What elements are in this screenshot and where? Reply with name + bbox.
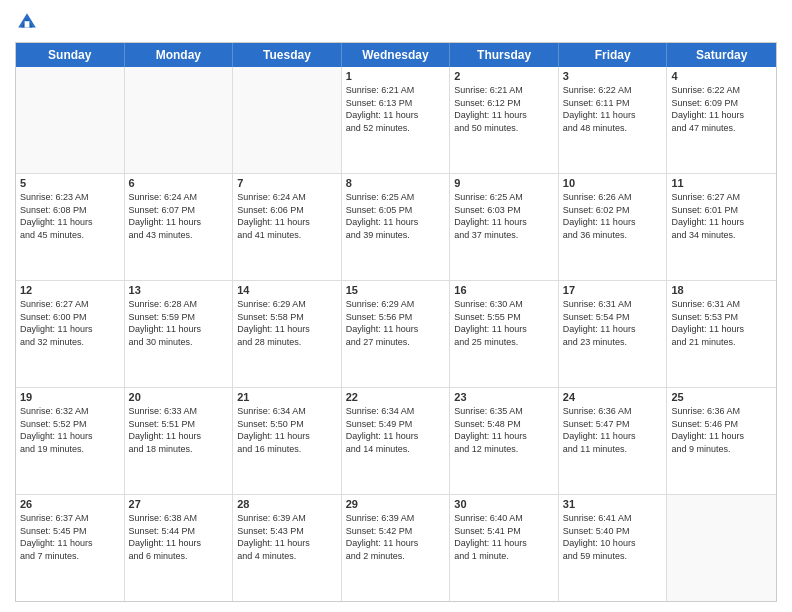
- calendar-cell: 25Sunrise: 6:36 AM Sunset: 5:46 PM Dayli…: [667, 388, 776, 494]
- day-info: Sunrise: 6:31 AM Sunset: 5:53 PM Dayligh…: [671, 298, 772, 348]
- day-info: Sunrise: 6:24 AM Sunset: 6:06 PM Dayligh…: [237, 191, 337, 241]
- day-number: 9: [454, 177, 554, 189]
- day-number: 3: [563, 70, 663, 82]
- calendar-cell: 21Sunrise: 6:34 AM Sunset: 5:50 PM Dayli…: [233, 388, 342, 494]
- calendar-cell: 22Sunrise: 6:34 AM Sunset: 5:49 PM Dayli…: [342, 388, 451, 494]
- calendar-cell: [16, 67, 125, 173]
- day-info: Sunrise: 6:29 AM Sunset: 5:56 PM Dayligh…: [346, 298, 446, 348]
- calendar-week-row: 5Sunrise: 6:23 AM Sunset: 6:08 PM Daylig…: [16, 174, 776, 281]
- day-info: Sunrise: 6:33 AM Sunset: 5:51 PM Dayligh…: [129, 405, 229, 455]
- day-info: Sunrise: 6:36 AM Sunset: 5:46 PM Dayligh…: [671, 405, 772, 455]
- calendar-body: 1Sunrise: 6:21 AM Sunset: 6:13 PM Daylig…: [16, 67, 776, 601]
- weekday-header: Thursday: [450, 43, 559, 67]
- day-number: 24: [563, 391, 663, 403]
- day-number: 16: [454, 284, 554, 296]
- day-info: Sunrise: 6:39 AM Sunset: 5:43 PM Dayligh…: [237, 512, 337, 562]
- calendar-cell: 10Sunrise: 6:26 AM Sunset: 6:02 PM Dayli…: [559, 174, 668, 280]
- calendar-cell: 2Sunrise: 6:21 AM Sunset: 6:12 PM Daylig…: [450, 67, 559, 173]
- calendar-cell: 15Sunrise: 6:29 AM Sunset: 5:56 PM Dayli…: [342, 281, 451, 387]
- calendar-cell: [233, 67, 342, 173]
- calendar-header: SundayMondayTuesdayWednesdayThursdayFrid…: [16, 43, 776, 67]
- day-number: 18: [671, 284, 772, 296]
- day-number: 11: [671, 177, 772, 189]
- day-number: 15: [346, 284, 446, 296]
- calendar-cell: 31Sunrise: 6:41 AM Sunset: 5:40 PM Dayli…: [559, 495, 668, 601]
- calendar-cell: 9Sunrise: 6:25 AM Sunset: 6:03 PM Daylig…: [450, 174, 559, 280]
- weekday-header: Tuesday: [233, 43, 342, 67]
- logo: [15, 10, 43, 34]
- day-number: 7: [237, 177, 337, 189]
- calendar-week-row: 12Sunrise: 6:27 AM Sunset: 6:00 PM Dayli…: [16, 281, 776, 388]
- day-number: 17: [563, 284, 663, 296]
- svg-rect-2: [25, 21, 30, 27]
- header: [15, 10, 777, 34]
- day-number: 20: [129, 391, 229, 403]
- calendar-cell: 7Sunrise: 6:24 AM Sunset: 6:06 PM Daylig…: [233, 174, 342, 280]
- day-info: Sunrise: 6:22 AM Sunset: 6:11 PM Dayligh…: [563, 84, 663, 134]
- logo-icon: [15, 10, 39, 34]
- calendar: SundayMondayTuesdayWednesdayThursdayFrid…: [15, 42, 777, 602]
- calendar-cell: 20Sunrise: 6:33 AM Sunset: 5:51 PM Dayli…: [125, 388, 234, 494]
- day-number: 30: [454, 498, 554, 510]
- calendar-cell: 19Sunrise: 6:32 AM Sunset: 5:52 PM Dayli…: [16, 388, 125, 494]
- day-info: Sunrise: 6:38 AM Sunset: 5:44 PM Dayligh…: [129, 512, 229, 562]
- day-number: 26: [20, 498, 120, 510]
- day-info: Sunrise: 6:40 AM Sunset: 5:41 PM Dayligh…: [454, 512, 554, 562]
- day-number: 14: [237, 284, 337, 296]
- calendar-cell: 16Sunrise: 6:30 AM Sunset: 5:55 PM Dayli…: [450, 281, 559, 387]
- day-info: Sunrise: 6:23 AM Sunset: 6:08 PM Dayligh…: [20, 191, 120, 241]
- weekday-header: Friday: [559, 43, 668, 67]
- day-info: Sunrise: 6:27 AM Sunset: 6:01 PM Dayligh…: [671, 191, 772, 241]
- calendar-cell: 12Sunrise: 6:27 AM Sunset: 6:00 PM Dayli…: [16, 281, 125, 387]
- day-info: Sunrise: 6:28 AM Sunset: 5:59 PM Dayligh…: [129, 298, 229, 348]
- calendar-cell: 5Sunrise: 6:23 AM Sunset: 6:08 PM Daylig…: [16, 174, 125, 280]
- day-info: Sunrise: 6:27 AM Sunset: 6:00 PM Dayligh…: [20, 298, 120, 348]
- day-info: Sunrise: 6:34 AM Sunset: 5:50 PM Dayligh…: [237, 405, 337, 455]
- weekday-header: Sunday: [16, 43, 125, 67]
- day-number: 12: [20, 284, 120, 296]
- calendar-week-row: 26Sunrise: 6:37 AM Sunset: 5:45 PM Dayli…: [16, 495, 776, 601]
- day-info: Sunrise: 6:37 AM Sunset: 5:45 PM Dayligh…: [20, 512, 120, 562]
- day-number: 4: [671, 70, 772, 82]
- day-number: 29: [346, 498, 446, 510]
- day-info: Sunrise: 6:34 AM Sunset: 5:49 PM Dayligh…: [346, 405, 446, 455]
- calendar-cell: 13Sunrise: 6:28 AM Sunset: 5:59 PM Dayli…: [125, 281, 234, 387]
- day-number: 19: [20, 391, 120, 403]
- calendar-cell: 23Sunrise: 6:35 AM Sunset: 5:48 PM Dayli…: [450, 388, 559, 494]
- day-info: Sunrise: 6:30 AM Sunset: 5:55 PM Dayligh…: [454, 298, 554, 348]
- day-number: 6: [129, 177, 229, 189]
- day-info: Sunrise: 6:21 AM Sunset: 6:12 PM Dayligh…: [454, 84, 554, 134]
- day-info: Sunrise: 6:31 AM Sunset: 5:54 PM Dayligh…: [563, 298, 663, 348]
- calendar-cell: 18Sunrise: 6:31 AM Sunset: 5:53 PM Dayli…: [667, 281, 776, 387]
- weekday-header: Monday: [125, 43, 234, 67]
- day-number: 5: [20, 177, 120, 189]
- calendar-cell: 1Sunrise: 6:21 AM Sunset: 6:13 PM Daylig…: [342, 67, 451, 173]
- day-info: Sunrise: 6:22 AM Sunset: 6:09 PM Dayligh…: [671, 84, 772, 134]
- day-info: Sunrise: 6:35 AM Sunset: 5:48 PM Dayligh…: [454, 405, 554, 455]
- calendar-cell: [667, 495, 776, 601]
- calendar-cell: 3Sunrise: 6:22 AM Sunset: 6:11 PM Daylig…: [559, 67, 668, 173]
- calendar-cell: 29Sunrise: 6:39 AM Sunset: 5:42 PM Dayli…: [342, 495, 451, 601]
- day-info: Sunrise: 6:21 AM Sunset: 6:13 PM Dayligh…: [346, 84, 446, 134]
- day-number: 8: [346, 177, 446, 189]
- day-info: Sunrise: 6:29 AM Sunset: 5:58 PM Dayligh…: [237, 298, 337, 348]
- calendar-cell: 17Sunrise: 6:31 AM Sunset: 5:54 PM Dayli…: [559, 281, 668, 387]
- day-info: Sunrise: 6:24 AM Sunset: 6:07 PM Dayligh…: [129, 191, 229, 241]
- calendar-cell: 4Sunrise: 6:22 AM Sunset: 6:09 PM Daylig…: [667, 67, 776, 173]
- calendar-cell: 26Sunrise: 6:37 AM Sunset: 5:45 PM Dayli…: [16, 495, 125, 601]
- calendar-cell: [125, 67, 234, 173]
- day-number: 1: [346, 70, 446, 82]
- page: SundayMondayTuesdayWednesdayThursdayFrid…: [0, 0, 792, 612]
- day-number: 2: [454, 70, 554, 82]
- day-info: Sunrise: 6:36 AM Sunset: 5:47 PM Dayligh…: [563, 405, 663, 455]
- day-info: Sunrise: 6:41 AM Sunset: 5:40 PM Dayligh…: [563, 512, 663, 562]
- day-info: Sunrise: 6:25 AM Sunset: 6:03 PM Dayligh…: [454, 191, 554, 241]
- day-number: 21: [237, 391, 337, 403]
- day-info: Sunrise: 6:32 AM Sunset: 5:52 PM Dayligh…: [20, 405, 120, 455]
- day-number: 27: [129, 498, 229, 510]
- calendar-cell: 6Sunrise: 6:24 AM Sunset: 6:07 PM Daylig…: [125, 174, 234, 280]
- calendar-cell: 11Sunrise: 6:27 AM Sunset: 6:01 PM Dayli…: [667, 174, 776, 280]
- day-number: 28: [237, 498, 337, 510]
- day-number: 13: [129, 284, 229, 296]
- day-info: Sunrise: 6:39 AM Sunset: 5:42 PM Dayligh…: [346, 512, 446, 562]
